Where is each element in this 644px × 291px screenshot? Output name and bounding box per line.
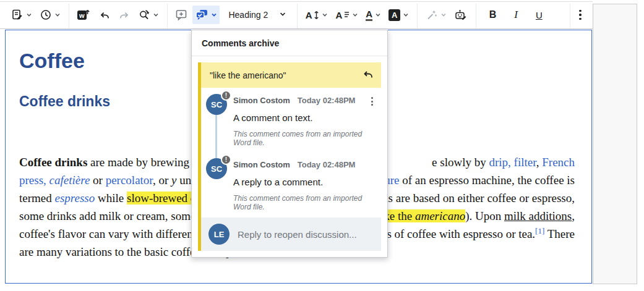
overflow-menu-button[interactable] [575, 7, 585, 23]
history-icon [40, 9, 52, 21]
redo-icon [118, 9, 131, 21]
ai-assistant-button[interactable] [452, 6, 470, 24]
imported-comment-badge-icon: ! [221, 90, 231, 101]
undo-button[interactable] [96, 6, 113, 24]
comments-archive-icon [195, 9, 208, 21]
text-color-icon: A [366, 9, 372, 21]
toolbar-separator [476, 4, 476, 28]
highlight-color-icon: A [389, 9, 400, 21]
quoted-text-block: "like the americano" [201, 62, 381, 88]
word-import-icon: w [77, 9, 91, 21]
chevron-down-icon [26, 12, 32, 18]
bold-text: Coffee drinks [19, 156, 87, 169]
comment-author: Simon Costom [233, 96, 290, 105]
comment-import-note: This comment comes from an imported Word… [233, 194, 375, 211]
toolbar-separator [417, 4, 418, 28]
imported-comment-badge-icon: ! [221, 154, 231, 165]
text-size-icon: A [306, 11, 312, 20]
editor-window: w [0, 0, 644, 291]
footnote-link[interactable]: [1] [535, 226, 544, 235]
unresolve-reply-button[interactable] [362, 69, 374, 81]
paragraph-format-value: Heading 2 [228, 10, 268, 20]
history-button[interactable] [37, 6, 63, 24]
comment-body: A comment on text. [233, 112, 375, 123]
chevron-down-icon [352, 12, 358, 18]
underline-button[interactable]: U [528, 7, 550, 23]
style-lines-icon [344, 11, 350, 19]
highlight-color-button[interactable]: A [386, 6, 411, 24]
chevron-down-icon [211, 12, 217, 18]
italic-label: I [509, 9, 523, 21]
redo-button[interactable] [116, 6, 133, 24]
comment-timestamp: Today 02:48PM [298, 96, 356, 105]
underline-label: U [531, 10, 547, 20]
text-style-icon: A [335, 11, 342, 20]
italic-button[interactable]: I [506, 6, 526, 24]
link[interactable]: cafetière [49, 174, 90, 187]
comment-author: Simon Costom [233, 160, 290, 169]
highlighted-text: americano [415, 209, 465, 222]
avatar: LE [208, 224, 230, 245]
find-replace-button[interactable] [135, 6, 161, 24]
toolbar: w [0, 0, 593, 29]
word-import-button[interactable]: w [75, 6, 93, 24]
avatar: SC ! [206, 94, 227, 115]
comment-body: A reply to a comment. [233, 177, 375, 187]
chevron-down-icon [440, 12, 447, 18]
avatar: SC ! [206, 158, 227, 179]
comment-timestamp: Today 02:48PM [298, 160, 356, 169]
comment-item: SC ! Simon Costom Today 02:48PM A commen… [201, 88, 381, 152]
comments-archive-popup: Comments archive "like the americano" SC… [191, 30, 388, 258]
link[interactable]: press, [19, 174, 49, 187]
magic-wand-icon [426, 9, 438, 21]
comment-thread: "like the americano" SC ! Simon Costom T… [198, 62, 381, 251]
toolbar-separator [167, 4, 168, 28]
chevron-down-icon [279, 10, 286, 20]
edit-mode-button[interactable] [9, 6, 35, 24]
link[interactable]: espresso [55, 192, 95, 205]
paragraph-format-dropdown[interactable]: Heading 2 [221, 6, 292, 23]
overflow-menu-icon [579, 10, 582, 12]
add-comment-icon [175, 9, 187, 21]
link[interactable]: French [542, 156, 575, 169]
underlined-text: milk additions [504, 209, 572, 222]
edit-mode-icon [11, 9, 24, 21]
chevron-down-icon [375, 12, 381, 18]
link[interactable]: percolator [106, 174, 153, 187]
right-side-panel [593, 4, 637, 284]
chevron-down-icon [403, 12, 409, 18]
toolbar-separator [297, 4, 298, 28]
comment-import-note: This comment comes from an imported Word… [233, 130, 375, 147]
link[interactable]: drip, filter [489, 156, 536, 169]
comment-menu-button[interactable] [369, 95, 375, 108]
chevron-down-icon [322, 12, 328, 18]
ai-assistant-icon [454, 9, 468, 21]
text-color-button[interactable]: A [363, 6, 384, 24]
toolbar-separator [69, 4, 69, 28]
reply-input-area[interactable]: LE Reply to reopen discussion... [201, 217, 381, 251]
text-style-button[interactable]: A [333, 7, 361, 23]
text-size-button[interactable]: A [303, 7, 331, 23]
bold-label: B [484, 9, 502, 20]
comments-archive-button[interactable] [192, 6, 220, 24]
bold-button[interactable]: B [482, 6, 504, 23]
toolbar-separator [570, 4, 570, 28]
chevron-down-icon [153, 12, 159, 18]
popup-title: Comments archive [192, 30, 387, 56]
magic-wand-button[interactable] [423, 6, 449, 24]
add-comment-button[interactable] [173, 6, 190, 24]
find-replace-icon [138, 9, 150, 21]
undo-icon [98, 9, 111, 21]
window-top-border [0, 1, 593, 2]
reply-placeholder: Reply to reopen discussion... [238, 229, 357, 240]
chevron-down-icon [54, 12, 61, 18]
quoted-text: "like the americano" [210, 70, 286, 80]
updown-arrow-icon [314, 10, 319, 20]
comment-item: SC ! Simon Costom Today 02:48PM A reply … [201, 152, 381, 216]
kebab-menu-icon [371, 97, 373, 99]
